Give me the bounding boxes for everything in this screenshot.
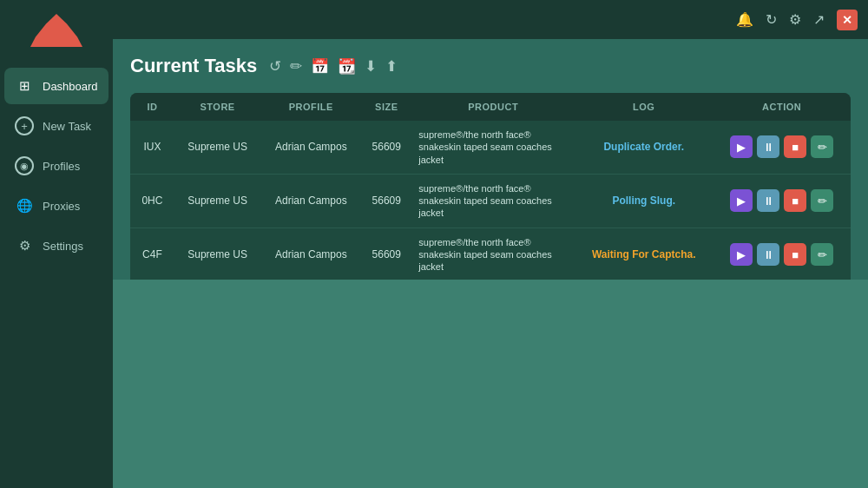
cell-actions: ▶ ⏸ ■ ✏ — [713, 174, 851, 228]
edit-button[interactable]: ✏ — [811, 189, 833, 212]
sidebar-item-label: Profiles — [43, 160, 80, 173]
sidebar-item-new-task[interactable]: + New Task — [4, 108, 108, 144]
col-action: ACTION — [713, 93, 851, 121]
close-button[interactable]: ✕ — [837, 10, 858, 30]
person-circle-icon: ◉ — [15, 156, 34, 175]
cell-actions: ▶ ⏸ ■ ✏ — [713, 228, 851, 279]
sidebar-item-proxies[interactable]: 🌐 Proxies — [4, 188, 108, 224]
sidebar-item-label: Dashboard — [43, 80, 98, 93]
cell-size: 56609 — [361, 228, 411, 279]
sidebar-item-settings[interactable]: ⚙ Settings — [4, 228, 108, 264]
header-actions: ↺ ✏ 📅 📆 ⬇ ⬆ — [269, 57, 398, 76]
calendar-end-icon[interactable]: 📆 — [338, 57, 356, 76]
download-icon[interactable]: ⬇ — [365, 57, 377, 76]
play-button[interactable]: ▶ — [730, 243, 753, 266]
bell-icon[interactable]: 🔔 — [736, 11, 753, 28]
main-area: 🔔 ↻ ⚙ ↗ ✕ Current Tasks ↺ ✏ 📅 📆 ⬇ ⬆ I — [113, 0, 868, 488]
cell-store: Supreme US — [174, 121, 260, 174]
edit-icon[interactable]: ✏ — [290, 57, 302, 76]
pause-button[interactable]: ⏸ — [757, 243, 779, 266]
col-product: PRODUCT — [411, 93, 575, 121]
cell-size: 56609 — [361, 121, 411, 174]
plus-circle-icon: + — [15, 116, 34, 135]
cell-size: 56609 — [361, 174, 411, 228]
cell-product: supreme®/the north face® snakeskin taped… — [411, 174, 575, 228]
sidebar: ⊞ Dashboard + New Task ◉ Profiles 🌐 Prox… — [0, 0, 113, 488]
sidebar-item-dashboard[interactable]: ⊞ Dashboard — [4, 68, 108, 104]
content-area: Current Tasks ↺ ✏ 📅 📆 ⬇ ⬆ ID STORE PROFI… — [113, 39, 868, 280]
pause-button[interactable]: ⏸ — [757, 189, 779, 212]
cell-product: supreme®/the north face® snakeskin taped… — [411, 121, 575, 174]
stop-button[interactable]: ■ — [784, 243, 806, 266]
action-buttons: ▶ ⏸ ■ ✏ — [720, 135, 844, 158]
upload-icon[interactable]: ⬆ — [385, 57, 398, 76]
cell-actions: ▶ ⏸ ■ ✏ — [713, 121, 851, 174]
logo-icon — [30, 14, 82, 47]
cell-log: Duplicate Order. — [575, 121, 713, 174]
tasks-table: ID STORE PROFILE SIZE PRODUCT LOG ACTION… — [130, 93, 851, 280]
bottom-area — [113, 280, 868, 489]
settings-icon[interactable]: ⚙ — [789, 11, 801, 28]
col-profile: PROFILE — [260, 93, 361, 121]
cell-id: IUX — [130, 121, 174, 174]
cell-store: Supreme US — [174, 174, 260, 228]
stop-button[interactable]: ■ — [784, 135, 806, 158]
refresh-icon[interactable]: ↻ — [766, 11, 777, 28]
cell-store: Supreme US — [174, 228, 260, 279]
gear-icon: ⚙ — [15, 236, 34, 255]
app-logo — [26, 9, 87, 52]
edit-button[interactable]: ✏ — [811, 135, 833, 158]
action-buttons: ▶ ⏸ ■ ✏ — [720, 243, 844, 266]
tasks-table-container: ID STORE PROFILE SIZE PRODUCT LOG ACTION… — [130, 93, 851, 280]
pause-button[interactable]: ⏸ — [757, 135, 779, 158]
page-title: Current Tasks — [130, 55, 257, 77]
col-store: STORE — [174, 93, 260, 121]
play-button[interactable]: ▶ — [730, 135, 753, 158]
cell-id: 0HC — [130, 174, 174, 228]
page-header: Current Tasks ↺ ✏ 📅 📆 ⬇ ⬆ — [130, 55, 851, 77]
arrow-out-icon[interactable]: ↗ — [813, 11, 825, 28]
topbar: 🔔 ↻ ⚙ ↗ ✕ — [113, 0, 868, 39]
cell-log: Polling Slug. — [575, 174, 713, 228]
col-size: SIZE — [361, 93, 411, 121]
sidebar-item-label: Settings — [43, 240, 83, 253]
cell-profile: Adrian Campos — [260, 228, 361, 279]
action-buttons: ▶ ⏸ ■ ✏ — [720, 189, 844, 212]
table-row: 0HC Supreme US Adrian Campos 56609 supre… — [130, 174, 851, 228]
stop-button[interactable]: ■ — [784, 189, 806, 212]
sidebar-item-label: Proxies — [43, 200, 80, 213]
edit-button[interactable]: ✏ — [811, 243, 833, 266]
grid-icon: ⊞ — [15, 76, 34, 96]
table-row: IUX Supreme US Adrian Campos 56609 supre… — [130, 121, 851, 174]
cell-log: Waiting For Captcha. — [575, 228, 713, 279]
calendar-start-icon[interactable]: 📅 — [311, 57, 329, 76]
cell-profile: Adrian Campos — [260, 121, 361, 174]
play-button[interactable]: ▶ — [730, 189, 753, 212]
cell-id: C4F — [130, 228, 174, 279]
cell-product: supreme®/the north face® snakeskin taped… — [411, 228, 575, 279]
cell-profile: Adrian Campos — [260, 174, 361, 228]
sidebar-item-profiles[interactable]: ◉ Profiles — [4, 148, 108, 184]
rotate-icon[interactable]: ↺ — [269, 57, 281, 76]
col-log: LOG — [575, 93, 713, 121]
col-id: ID — [130, 93, 174, 121]
sidebar-item-label: New Task — [43, 120, 91, 133]
globe-icon: 🌐 — [15, 196, 34, 215]
table-header-row: ID STORE PROFILE SIZE PRODUCT LOG ACTION — [130, 93, 851, 121]
table-row: C4F Supreme US Adrian Campos 56609 supre… — [130, 228, 851, 279]
